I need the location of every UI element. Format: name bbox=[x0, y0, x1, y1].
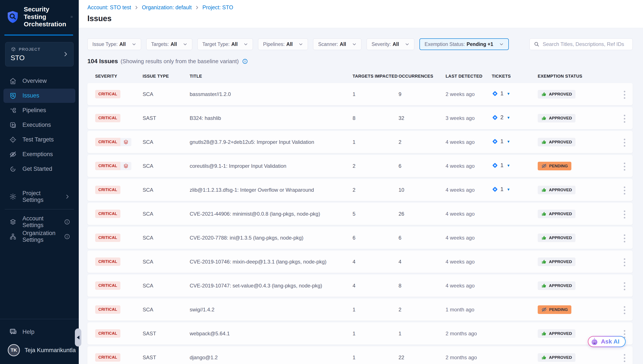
row-menu-button[interactable] bbox=[621, 352, 628, 364]
row-menu-button[interactable] bbox=[621, 208, 628, 220]
project-selector[interactable]: PROJECT STO bbox=[5, 42, 74, 66]
filter-label: Issue Type: bbox=[92, 42, 118, 47]
sidebar-collapse-handle[interactable] bbox=[75, 328, 81, 346]
row-menu-button[interactable] bbox=[621, 256, 628, 268]
row-menu-button[interactable] bbox=[621, 89, 628, 101]
ticket-group[interactable]: 1 ▾ bbox=[492, 162, 510, 169]
severity-badge-label: CRITICAL bbox=[98, 188, 117, 192]
table-row[interactable]: CRITICAL SAST webpack@5.64.1 1 1 2 month… bbox=[87, 322, 633, 344]
exemption-status-cell: APPROVED bbox=[538, 258, 614, 266]
table-row[interactable]: CRITICAL SCA zlib@1:1.2.13.dfsg-1: Integ… bbox=[87, 179, 633, 201]
table-row[interactable]: CRITICAL SCA CVE-2021-44906: minimist@0.… bbox=[87, 203, 633, 225]
table-row[interactable]: CRITICAL SCA swig//1.4.2 1 2 1 month ago… bbox=[87, 298, 633, 321]
sidebar-item-executions[interactable]: Executions bbox=[4, 118, 75, 132]
tickets-cell: 1 ▾ bbox=[492, 162, 538, 170]
issue-type-cell: SCA bbox=[143, 187, 190, 193]
last-detected-cell: 2 months ago bbox=[446, 330, 492, 336]
breadcrumb-account-link[interactable]: Account: STO test bbox=[87, 4, 131, 10]
row-menu-button[interactable] bbox=[621, 112, 628, 125]
approved-thumbs-up-icon bbox=[541, 259, 547, 264]
sidebar-item-label: Exemptions bbox=[23, 151, 53, 158]
filter-pipelines[interactable]: Pipelines: All bbox=[258, 38, 308, 50]
ticket-group[interactable]: 2 ▾ bbox=[492, 114, 510, 121]
table-row[interactable]: CRITICAL SAST django@1.2 1 22 2 months a… bbox=[87, 346, 633, 364]
sidebar-item-issues[interactable]: Issues bbox=[4, 89, 75, 103]
sidebar-item-organization-settings[interactable]: Organization Settings bbox=[4, 230, 75, 244]
issue-type-cell: SAST bbox=[143, 354, 190, 360]
sidebar-item-get-started[interactable]: Get Started bbox=[4, 162, 75, 176]
search-input[interactable] bbox=[543, 41, 628, 47]
targets-impacted-cell: 2 bbox=[353, 187, 399, 193]
approved-thumbs-up-icon bbox=[541, 355, 547, 360]
table-row[interactable]: CRITICAL SAST B324: hashlib 8 32 3 weeks… bbox=[87, 107, 633, 129]
ticket-dropdown-caret-icon[interactable]: ▾ bbox=[507, 163, 509, 168]
help-chat-icon: ? bbox=[9, 328, 17, 336]
ticket-dropdown-caret-icon[interactable]: ▾ bbox=[507, 187, 509, 192]
ticket-group[interactable]: 1 ▾ bbox=[492, 90, 510, 97]
table-row[interactable]: CRITICAL SCA CVE-2020-7788: ini@1.3.5 (l… bbox=[87, 227, 633, 249]
row-menu-button[interactable] bbox=[621, 232, 628, 244]
filter-scanner[interactable]: Scanner: All bbox=[313, 38, 361, 50]
user-profile[interactable]: TK Teja Kummarikuntla bbox=[0, 336, 79, 364]
help-button[interactable]: ? Help bbox=[0, 319, 79, 336]
ticket-dropdown-caret-icon[interactable]: ▾ bbox=[507, 139, 509, 144]
severity-cell: CRITICAL bbox=[95, 234, 143, 242]
severity-badge-label: CRITICAL bbox=[98, 116, 117, 120]
module-grid-icon[interactable] bbox=[71, 13, 73, 21]
info-circle-icon[interactable] bbox=[64, 219, 70, 225]
filter-targets[interactable]: Targets: All bbox=[146, 38, 192, 50]
jira-ticket-icon bbox=[492, 186, 498, 192]
severity-badge-label: CRITICAL bbox=[98, 236, 117, 240]
jira-ticket-icon bbox=[492, 114, 498, 121]
row-menu-button[interactable] bbox=[621, 304, 628, 316]
table-row[interactable]: CRITICAL SCA CVE-2019-10746: mixin-deep@… bbox=[87, 250, 633, 273]
approved-thumbs-up-icon bbox=[541, 115, 547, 121]
row-menu-button[interactable] bbox=[621, 136, 628, 149]
info-circle-icon[interactable] bbox=[64, 234, 70, 240]
approved-thumbs-up-icon bbox=[541, 211, 547, 217]
issue-title-cell: gnutls28@3.7.9-2+deb12u5: Improper Input… bbox=[190, 139, 353, 145]
sidebar-item-exemptions[interactable]: Exemptions bbox=[4, 147, 75, 162]
info-circle-icon[interactable] bbox=[242, 58, 248, 64]
table-row[interactable]: CRITICAL SCA CVE-2019-10747: set-value@0… bbox=[87, 274, 633, 297]
sidebar-item-label: Issues bbox=[23, 92, 39, 99]
gear-icon bbox=[9, 193, 17, 200]
filter-target-type[interactable]: Target Type: All bbox=[197, 38, 253, 50]
last-detected-cell: 4 weeks ago bbox=[446, 211, 492, 217]
sidebar-item-test-targets[interactable]: Test Targets bbox=[4, 132, 75, 147]
breadcrumb-project-link[interactable]: Project: STO bbox=[202, 4, 233, 10]
severity-cell: CRITICAL bbox=[95, 329, 143, 338]
sidebar-item-project-settings[interactable]: Project Settings bbox=[4, 190, 75, 204]
ticket-dropdown-caret-icon[interactable]: ▾ bbox=[507, 91, 509, 96]
ticket-group[interactable]: 1 ▾ bbox=[492, 186, 510, 192]
row-menu-button[interactable] bbox=[621, 280, 628, 292]
exemption-status-label: PENDING bbox=[549, 164, 568, 168]
filter-exemption-status[interactable]: Exemption Status: Pending +1 bbox=[419, 38, 509, 50]
chevron-down-icon bbox=[352, 42, 357, 47]
issue-type-cell: SCA bbox=[143, 139, 190, 145]
breadcrumb-organization-link[interactable]: Organization: default bbox=[142, 4, 192, 10]
issue-title-cell: bassmaster//1.2.0 bbox=[190, 91, 353, 97]
search-icon bbox=[534, 41, 540, 47]
column-header-issue-type: Issue Type bbox=[143, 74, 190, 79]
filter-severity[interactable]: Severity: All bbox=[367, 38, 414, 50]
column-header-title: Title bbox=[190, 74, 353, 79]
filter-issue-type[interactable]: Issue Type: All bbox=[87, 38, 141, 50]
table-row[interactable]: CRITICAL SCA gnutls28@3.7.9-2+deb12u5: I… bbox=[87, 131, 633, 153]
exemption-status-label: APPROVED bbox=[549, 92, 572, 96]
sidebar-item-pipelines[interactable]: Pipelines bbox=[4, 103, 75, 118]
table-row[interactable]: CRITICAL SCA coreutils@9.1-1: Improper I… bbox=[87, 155, 633, 177]
row-menu-button[interactable] bbox=[621, 160, 628, 173]
ticket-count: 1 bbox=[500, 90, 503, 97]
ask-ai-button[interactable]: Ask AI bbox=[588, 336, 626, 347]
targets-impacted-cell: 5 bbox=[353, 211, 399, 217]
exemption-status-cell: APPROVED bbox=[538, 186, 614, 194]
sidebar-item-overview[interactable]: Overview bbox=[4, 74, 75, 88]
table-row[interactable]: CRITICAL SCA bassmaster//1.2.0 1 9 2 wee… bbox=[87, 83, 633, 105]
row-menu-button[interactable] bbox=[621, 184, 628, 197]
occurrences-cell: 4 bbox=[399, 259, 446, 265]
sidebar-item-account-settings[interactable]: Account Settings bbox=[4, 215, 75, 229]
ticket-dropdown-caret-icon[interactable]: ▾ bbox=[507, 115, 509, 120]
exemption-status-badge: PENDING bbox=[538, 305, 571, 314]
ticket-group[interactable]: 1 ▾ bbox=[492, 138, 510, 145]
